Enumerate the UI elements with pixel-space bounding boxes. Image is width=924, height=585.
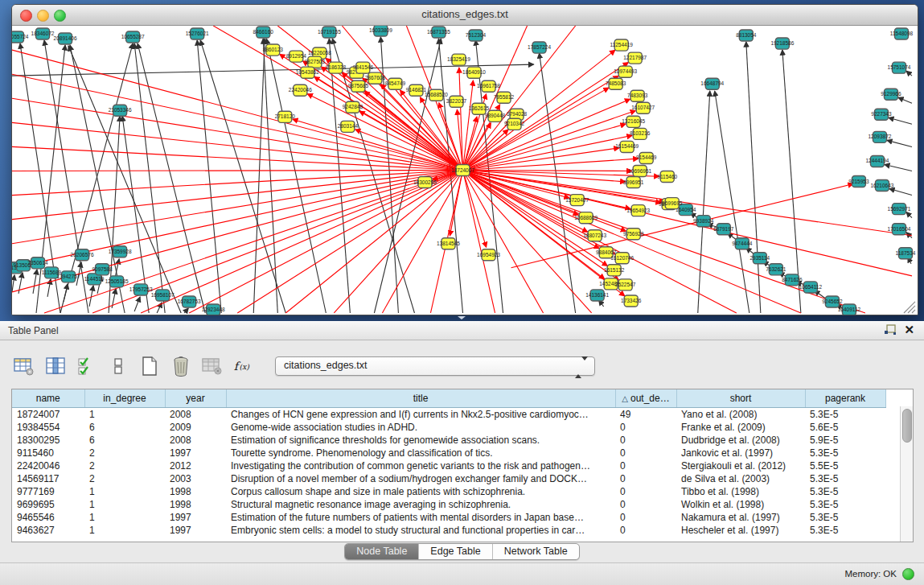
cell-short[interactable]: Yano et al. (2008): [676, 408, 805, 422]
cell-title[interactable]: Estimation of significance thresholds fo…: [226, 434, 615, 447]
tab-network-table[interactable]: Network Table: [493, 544, 579, 559]
graph-node[interactable]: 14136141: [585, 290, 609, 301]
cell-title[interactable]: Structural magnetic resonance image aver…: [226, 498, 615, 511]
graph-node[interactable]: 16648794: [700, 78, 724, 89]
cell-out_degree[interactable]: 49: [615, 408, 676, 422]
graph-node[interactable]: 18325419: [447, 54, 470, 65]
graph-node[interactable]: 9474444: [732, 238, 753, 249]
cell-pagerank[interactable]: 5.3E-5: [805, 472, 885, 485]
delete-trash-icon[interactable]: [170, 355, 192, 377]
cell-year[interactable]: 1997: [165, 524, 226, 537]
graph-node[interactable]: 8996951: [623, 177, 644, 188]
table-row[interactable]: 977716911998Corpus callosum shape and si…: [12, 485, 885, 498]
cell-in_degree[interactable]: 2: [84, 472, 165, 485]
cell-title[interactable]: Estimation of the future numbers of pati…: [226, 511, 615, 524]
graph-node[interactable]: 15688520: [425, 89, 448, 101]
graph-node[interactable]: 10696951: [628, 165, 651, 176]
graph-node[interactable]: 3822037: [446, 96, 467, 107]
cell-short[interactable]: Tibbo et al. (1998): [676, 485, 805, 498]
close-panel-icon[interactable]: ✕: [904, 323, 914, 337]
table-row[interactable]: 1456911722003Disruption of a novel membe…: [12, 472, 885, 485]
graph-node[interactable]: 2522547: [615, 279, 636, 290]
tab-node-table[interactable]: Node Table: [345, 544, 419, 559]
cell-out_degree[interactable]: 0: [615, 421, 676, 434]
cell-in_degree[interactable]: 1: [84, 408, 165, 422]
cell-title[interactable]: Disruption of a novel member of a sodium…: [226, 472, 615, 485]
graph-node[interactable]: 10655287: [121, 31, 145, 43]
graph-node[interactable]: 19218586: [770, 38, 794, 49]
cell-name[interactable]: 9777169: [12, 485, 84, 498]
cell-name[interactable]: 9463627: [12, 524, 84, 537]
graph-node[interactable]: 2803144: [338, 121, 359, 132]
graph-node[interactable]: 12217987: [623, 52, 647, 64]
new-document-icon[interactable]: [138, 355, 161, 377]
graph-node[interactable]: 15720407: [565, 195, 589, 206]
cell-pagerank[interactable]: 5.6E-5: [805, 421, 885, 434]
column-header-out_degree[interactable]: △out_de…: [615, 389, 676, 408]
graph-node[interactable]: 16409112: [838, 304, 861, 315]
graph-node[interactable]: 9154469: [636, 152, 657, 163]
cell-pagerank[interactable]: 5.3E-5: [805, 524, 885, 537]
graph-node[interactable]: 8860123: [263, 44, 284, 56]
graph-node[interactable]: 1187534: [896, 248, 916, 259]
cell-name[interactable]: 18724007: [12, 408, 84, 422]
graph-node[interactable]: 13216045: [622, 116, 645, 127]
column-edit-icon[interactable]: [44, 355, 67, 377]
graph-node[interactable]: 21055724: [12, 31, 29, 43]
cell-in_degree[interactable]: 2: [84, 459, 165, 472]
graph-node[interactable]: 9227343: [871, 109, 892, 120]
graph-node[interactable]: 2718120: [275, 111, 296, 122]
graph-node[interactable]: 8103216: [630, 128, 651, 139]
cell-year[interactable]: 1997: [165, 447, 226, 459]
cell-pagerank[interactable]: 5.5E-5: [805, 459, 885, 472]
cell-name[interactable]: 14569117: [12, 472, 84, 485]
graph-node[interactable]: 19654923: [626, 205, 650, 216]
cell-out_degree[interactable]: 0: [615, 485, 676, 498]
cell-in_degree[interactable]: 6: [84, 421, 165, 434]
cell-pagerank[interactable]: 5.3E-5: [805, 447, 885, 459]
column-header-title[interactable]: title: [226, 389, 615, 408]
graph-node[interactable]: 9841546: [353, 62, 374, 73]
cell-out_degree[interactable]: 0: [615, 498, 676, 511]
cell-short[interactable]: Nakamura et al. (1997): [676, 511, 805, 524]
graph-node[interactable]: 16871355: [427, 27, 450, 38]
cell-name[interactable]: 18300295: [12, 434, 84, 447]
table-row[interactable]: 1830029562008Estimation of significance …: [12, 434, 885, 447]
graph-node[interactable]: 11254419: [610, 39, 633, 51]
cell-year[interactable]: 2008: [165, 434, 226, 447]
cell-short[interactable]: Jankovic et al. (1997): [676, 447, 805, 459]
table-row[interactable]: 2242004622012Investigating the contribut…: [12, 459, 885, 472]
cell-title[interactable]: Tourette syndrome. Phenomenology and cla…: [226, 447, 615, 459]
cell-in_degree[interactable]: 1: [84, 485, 165, 498]
cell-pagerank[interactable]: 5.3E-5: [805, 408, 885, 422]
cell-pagerank[interactable]: 5.9E-5: [805, 434, 885, 447]
cell-year[interactable]: 2012: [165, 459, 226, 472]
graph-node[interactable]: 18807243: [583, 230, 606, 241]
cell-title[interactable]: Changes of HCN gene expression and I(f) …: [226, 408, 615, 422]
graph-node[interactable]: 16120746: [610, 253, 634, 264]
cell-name[interactable]: 19384554: [12, 421, 84, 434]
graph-node[interactable]: 11548098: [890, 28, 914, 39]
float-panel-icon[interactable]: [884, 324, 897, 336]
graph-node[interactable]: 10719155: [318, 27, 341, 38]
table-row[interactable]: 946362711997Embryonic stem cells: a mode…: [12, 524, 885, 537]
graph-node[interactable]: 8466160: [253, 27, 274, 38]
table-row[interactable]: 911546021997Tourette syndrome. Phenomeno…: [12, 447, 885, 459]
column-header-name[interactable]: name: [12, 389, 84, 408]
cell-out_degree[interactable]: 0: [615, 434, 676, 447]
graph-node[interactable]: 9146821: [406, 84, 427, 96]
graph-node[interactable]: 2867608: [365, 72, 386, 84]
graph-node[interactable]: 1615132: [604, 265, 625, 276]
graph-node[interactable]: 17857224: [528, 42, 551, 53]
graph-node[interactable]: 10543862: [296, 67, 319, 78]
graph-node[interactable]: 9827503: [305, 56, 326, 68]
cell-year[interactable]: 2003: [165, 472, 226, 485]
table-row[interactable]: 969969511998Structural magnetic resonanc…: [12, 498, 885, 511]
cell-short[interactable]: Franke et al. (2009): [676, 421, 805, 434]
cell-out_degree[interactable]: 0: [615, 524, 676, 537]
graph-node[interactable]: 7632621: [766, 264, 786, 275]
graph-node[interactable]: 8813054: [736, 30, 757, 41]
graph-node[interactable]: 18346072: [31, 28, 55, 39]
column-header-year[interactable]: year: [165, 389, 226, 408]
cell-pagerank[interactable]: 5.3E-5: [805, 511, 885, 524]
